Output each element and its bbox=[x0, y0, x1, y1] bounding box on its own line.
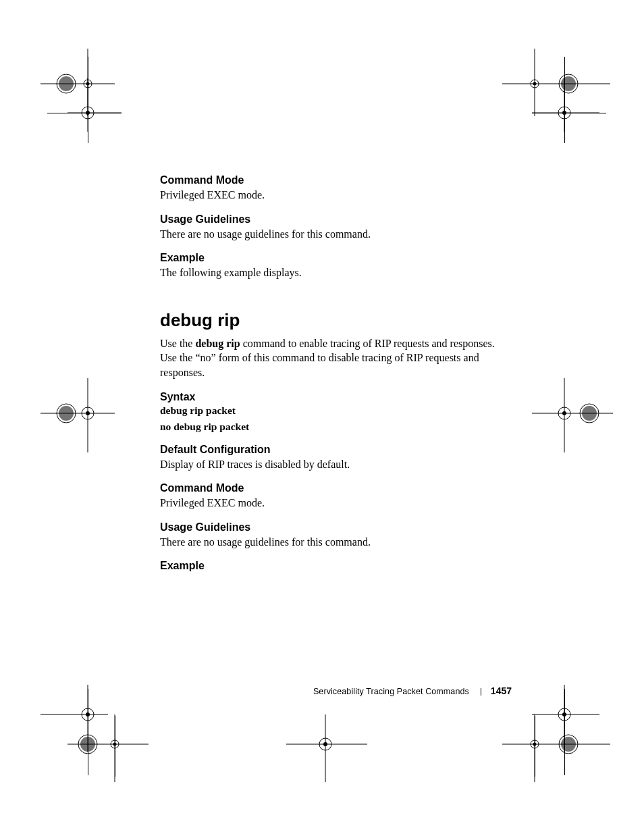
heading-command-mode: Command Mode bbox=[160, 174, 511, 186]
text-usage-guidelines-2: There are no usage guidelines for this c… bbox=[160, 535, 511, 550]
syntax-line-1: debug rip packet bbox=[160, 405, 511, 417]
guide-line bbox=[564, 57, 565, 143]
guide-line bbox=[88, 57, 88, 143]
guide-line bbox=[535, 716, 535, 777]
heading-example: Example bbox=[160, 252, 511, 264]
page-number: 1457 bbox=[491, 685, 512, 696]
text-default-configuration: Display of RIP traces is disabled by def… bbox=[160, 457, 511, 472]
guide-line bbox=[88, 689, 88, 775]
crop-mark-icon bbox=[286, 714, 367, 782]
crop-mark-icon bbox=[41, 378, 115, 452]
guide-line bbox=[532, 113, 606, 113]
crop-mark-icon bbox=[68, 78, 122, 132]
text-example: The following example displays. bbox=[160, 265, 511, 280]
command-intro: Use the debug rip command to enable trac… bbox=[160, 336, 511, 380]
footer-separator bbox=[481, 688, 481, 696]
intro-pre: Use the bbox=[160, 338, 195, 349]
svg-point-29 bbox=[562, 411, 566, 415]
guide-line bbox=[564, 689, 565, 775]
heading-command-mode-2: Command Mode bbox=[160, 482, 511, 494]
footer-title: Serviceability Tracing Packet Commands bbox=[313, 687, 469, 696]
crop-mark-icon bbox=[532, 685, 599, 752]
heading-example-2: Example bbox=[160, 560, 511, 572]
command-title: debug rip bbox=[160, 310, 511, 331]
heading-default-configuration: Default Configuration bbox=[160, 444, 511, 456]
svg-point-45 bbox=[323, 742, 327, 746]
guide-line bbox=[115, 716, 115, 777]
page-footer: Serviceability Tracing Packet Commands 1… bbox=[0, 685, 512, 696]
heading-usage-guidelines-2: Usage Guidelines bbox=[160, 521, 511, 533]
text-usage-guidelines: There are no usage guidelines for this c… bbox=[160, 227, 511, 242]
svg-point-25 bbox=[86, 411, 90, 415]
svg-point-23 bbox=[59, 406, 74, 421]
page-content: Command Mode Privileged EXEC mode. Usage… bbox=[160, 174, 511, 573]
crop-mark-icon bbox=[532, 378, 613, 452]
syntax-line-2: no debug rip packet bbox=[160, 421, 511, 433]
intro-bold: debug rip bbox=[195, 338, 240, 349]
crop-mark-icon bbox=[532, 78, 599, 132]
text-command-mode: Privileged EXEC mode. bbox=[160, 188, 511, 203]
guide-line bbox=[47, 113, 122, 113]
svg-point-31 bbox=[582, 406, 597, 421]
heading-syntax: Syntax bbox=[160, 391, 511, 403]
heading-usage-guidelines: Usage Guidelines bbox=[160, 213, 511, 226]
text-command-mode-2: Privileged EXEC mode. bbox=[160, 496, 511, 511]
crop-mark-icon bbox=[68, 714, 149, 782]
